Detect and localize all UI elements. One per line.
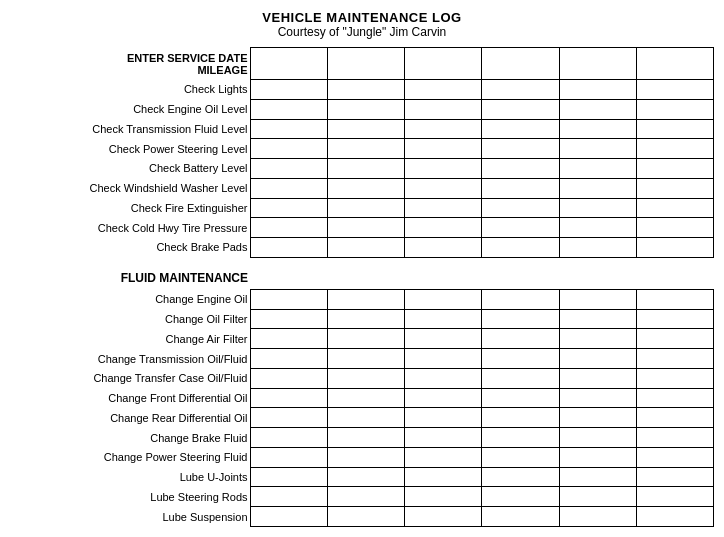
- data-cell[interactable]: [250, 349, 327, 369]
- data-cell[interactable]: [636, 99, 713, 119]
- data-cell[interactable]: [405, 507, 482, 527]
- data-cell[interactable]: [482, 447, 559, 467]
- data-cell[interactable]: [250, 309, 327, 329]
- data-cell[interactable]: [636, 507, 713, 527]
- data-cell[interactable]: [327, 178, 404, 198]
- data-cell[interactable]: [636, 467, 713, 487]
- data-cell[interactable]: [250, 262, 327, 289]
- data-cell[interactable]: [327, 48, 404, 80]
- data-cell[interactable]: [405, 428, 482, 448]
- data-cell[interactable]: [482, 119, 559, 139]
- data-cell[interactable]: [405, 198, 482, 218]
- data-cell[interactable]: [482, 99, 559, 119]
- data-cell[interactable]: [405, 262, 482, 289]
- data-cell[interactable]: [250, 447, 327, 467]
- data-cell[interactable]: [250, 80, 327, 100]
- data-cell[interactable]: [250, 289, 327, 309]
- data-cell[interactable]: [482, 507, 559, 527]
- data-cell[interactable]: [636, 119, 713, 139]
- data-cell[interactable]: [327, 198, 404, 218]
- data-cell[interactable]: [405, 218, 482, 238]
- data-cell[interactable]: [327, 467, 404, 487]
- data-cell[interactable]: [559, 368, 636, 388]
- data-cell[interactable]: [482, 139, 559, 159]
- data-cell[interactable]: [559, 428, 636, 448]
- data-cell[interactable]: [482, 408, 559, 428]
- data-cell[interactable]: [250, 388, 327, 408]
- data-cell[interactable]: [250, 238, 327, 258]
- data-cell[interactable]: [559, 178, 636, 198]
- data-cell[interactable]: [250, 368, 327, 388]
- data-cell[interactable]: [405, 309, 482, 329]
- data-cell[interactable]: [250, 507, 327, 527]
- data-cell[interactable]: [327, 80, 404, 100]
- data-cell[interactable]: [405, 368, 482, 388]
- data-cell[interactable]: [559, 119, 636, 139]
- data-cell[interactable]: [636, 388, 713, 408]
- data-cell[interactable]: [405, 289, 482, 309]
- data-cell[interactable]: [636, 159, 713, 179]
- data-cell[interactable]: [327, 289, 404, 309]
- data-cell[interactable]: [327, 218, 404, 238]
- data-cell[interactable]: [559, 139, 636, 159]
- data-cell[interactable]: [250, 329, 327, 349]
- data-cell[interactable]: [405, 238, 482, 258]
- data-cell[interactable]: [636, 309, 713, 329]
- data-cell[interactable]: [559, 408, 636, 428]
- data-cell[interactable]: [636, 80, 713, 100]
- data-cell[interactable]: [636, 428, 713, 448]
- data-cell[interactable]: [559, 159, 636, 179]
- data-cell[interactable]: [482, 329, 559, 349]
- data-cell[interactable]: [405, 388, 482, 408]
- data-cell[interactable]: [482, 80, 559, 100]
- data-cell[interactable]: [482, 218, 559, 238]
- data-cell[interactable]: [327, 408, 404, 428]
- data-cell[interactable]: [636, 447, 713, 467]
- data-cell[interactable]: [559, 447, 636, 467]
- data-cell[interactable]: [482, 428, 559, 448]
- data-cell[interactable]: [636, 48, 713, 80]
- data-cell[interactable]: [250, 428, 327, 448]
- data-cell[interactable]: [559, 198, 636, 218]
- data-cell[interactable]: [405, 467, 482, 487]
- data-cell[interactable]: [482, 349, 559, 369]
- data-cell[interactable]: [405, 329, 482, 349]
- data-cell[interactable]: [636, 139, 713, 159]
- data-cell[interactable]: [559, 80, 636, 100]
- data-cell[interactable]: [482, 48, 559, 80]
- data-cell[interactable]: [250, 178, 327, 198]
- data-cell[interactable]: [559, 238, 636, 258]
- data-cell[interactable]: [559, 218, 636, 238]
- data-cell[interactable]: [636, 368, 713, 388]
- data-cell[interactable]: [482, 159, 559, 179]
- data-cell[interactable]: [482, 388, 559, 408]
- data-cell[interactable]: [636, 238, 713, 258]
- data-cell[interactable]: [636, 329, 713, 349]
- data-cell[interactable]: [482, 198, 559, 218]
- data-cell[interactable]: [405, 447, 482, 467]
- data-cell[interactable]: [327, 349, 404, 369]
- data-cell[interactable]: [327, 139, 404, 159]
- data-cell[interactable]: [482, 289, 559, 309]
- data-cell[interactable]: [405, 119, 482, 139]
- data-cell[interactable]: [327, 368, 404, 388]
- data-cell[interactable]: [405, 178, 482, 198]
- data-cell[interactable]: [250, 408, 327, 428]
- data-cell[interactable]: [559, 262, 636, 289]
- data-cell[interactable]: [250, 198, 327, 218]
- data-cell[interactable]: [636, 178, 713, 198]
- data-cell[interactable]: [636, 198, 713, 218]
- data-cell[interactable]: [559, 388, 636, 408]
- data-cell[interactable]: [250, 48, 327, 80]
- data-cell[interactable]: [405, 48, 482, 80]
- data-cell[interactable]: [327, 159, 404, 179]
- data-cell[interactable]: [327, 507, 404, 527]
- data-cell[interactable]: [250, 159, 327, 179]
- data-cell[interactable]: [636, 408, 713, 428]
- data-cell[interactable]: [559, 487, 636, 507]
- data-cell[interactable]: [250, 99, 327, 119]
- data-cell[interactable]: [559, 329, 636, 349]
- data-cell[interactable]: [636, 487, 713, 507]
- data-cell[interactable]: [482, 238, 559, 258]
- data-cell[interactable]: [327, 119, 404, 139]
